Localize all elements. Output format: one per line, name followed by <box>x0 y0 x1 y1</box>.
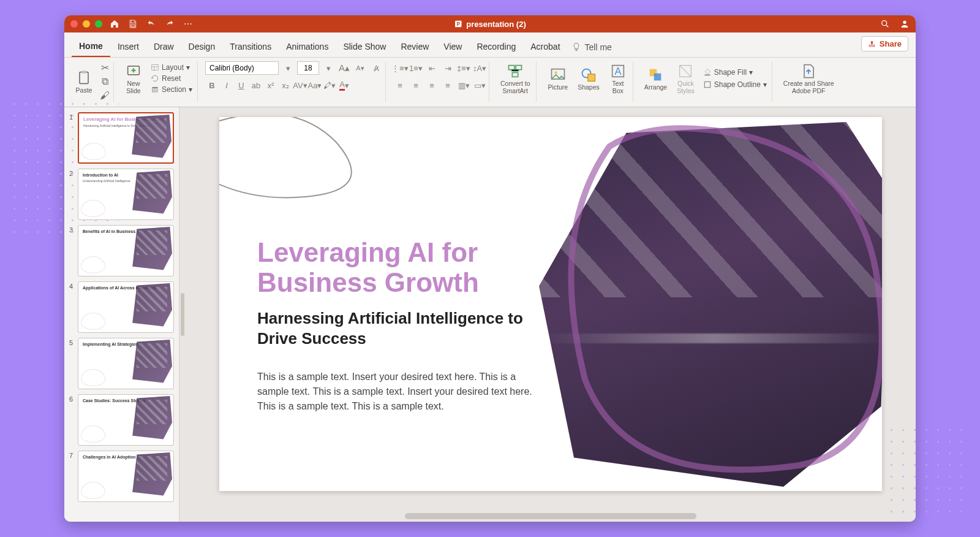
align-center-button[interactable]: ≡ <box>409 78 423 92</box>
quick-styles-button[interactable]: Quick Styles <box>673 61 698 96</box>
highlight-button[interactable]: 🖍▾ <box>323 78 336 92</box>
numbering-button[interactable]: 1≡▾ <box>409 61 423 75</box>
clear-format-icon[interactable]: A̷ <box>369 61 383 75</box>
textbox-button[interactable]: AText Box <box>606 61 630 96</box>
line-spacing-button[interactable]: ‡≡▾ <box>457 61 470 75</box>
slide-body[interactable]: This is a sample text. Insert your desir… <box>257 370 545 414</box>
work-area: 1Leveraging AI for Business GrowthHarnes… <box>64 107 916 522</box>
save-icon[interactable] <box>128 19 138 29</box>
reset-button[interactable]: Reset <box>148 74 195 83</box>
slide-thumbnail[interactable]: Case Studies: Success Stories <box>78 394 174 446</box>
change-case-button[interactable]: Aa▾ <box>308 78 322 92</box>
bold-button[interactable]: B <box>205 78 219 92</box>
slide-thumbnail[interactable]: Challenges in AI Adoption <box>78 451 174 502</box>
shape-fill-button[interactable]: Shape Fill ▾ <box>701 67 769 77</box>
shapes-button[interactable]: Shapes <box>574 65 603 92</box>
tab-design[interactable]: Design <box>181 38 223 56</box>
increase-indent-button[interactable]: ⇥ <box>441 61 454 75</box>
clipboard-group: Paste ✂ ⧉ 🖌 <box>69 61 114 102</box>
picture-button[interactable]: Picture <box>544 65 571 92</box>
svg-rect-25 <box>704 82 710 87</box>
align-text-button[interactable]: ▭▾ <box>473 78 486 92</box>
decrease-indent-button[interactable]: ⇤ <box>425 61 439 75</box>
new-slide-button[interactable]: New Slide <box>121 61 146 96</box>
undo-icon[interactable] <box>146 19 156 29</box>
tab-animations[interactable]: Animations <box>279 38 336 56</box>
slide-thumbnail[interactable]: Implementing AI Strategies <box>78 338 174 389</box>
font-name-input[interactable] <box>205 61 279 75</box>
arrange-group: Arrange Quick Styles Shape Fill ▾ Shape … <box>638 61 772 102</box>
slide-thumbnail[interactable]: Introduction to AIUnderstanding Artifici… <box>78 169 174 220</box>
layout-button[interactable]: Layout ▾ <box>148 63 195 72</box>
tab-home[interactable]: Home <box>72 37 110 57</box>
svg-rect-9 <box>152 87 157 88</box>
justify-button[interactable]: ≡ <box>441 78 454 92</box>
cut-icon[interactable]: ✂ <box>99 61 111 74</box>
copy-icon[interactable]: ⧉ <box>99 75 111 88</box>
superscript-button[interactable]: x² <box>264 78 277 92</box>
svg-rect-5 <box>80 72 88 84</box>
arrange-button[interactable]: Arrange <box>641 65 671 92</box>
font-size-input[interactable] <box>297 61 319 75</box>
slide-title[interactable]: Leveraging AI for Business Growth <box>257 237 564 298</box>
subscript-button[interactable]: x₂ <box>279 78 292 92</box>
bullets-button[interactable]: ⋮≡▾ <box>393 61 407 75</box>
home-icon[interactable] <box>110 19 119 29</box>
tab-acrobat[interactable]: Acrobat <box>523 38 567 56</box>
minimize-window-icon[interactable] <box>83 20 90 28</box>
strike-button[interactable]: ab <box>249 78 263 92</box>
italic-button[interactable]: I <box>220 78 233 92</box>
redo-icon[interactable] <box>165 19 175 29</box>
tab-view[interactable]: View <box>436 38 469 56</box>
tab-recording[interactable]: Recording <box>469 38 523 56</box>
thumb-number: 7 <box>69 451 75 502</box>
font-color-button[interactable]: A▾ <box>337 78 351 92</box>
convert-smartart-button[interactable]: Convert to SmartArt <box>497 61 533 96</box>
svg-text:A: A <box>614 66 621 77</box>
shape-outline-button[interactable]: Shape Outline ▾ <box>701 80 769 90</box>
search-icon[interactable] <box>880 19 890 29</box>
paste-button[interactable]: Paste <box>72 68 96 95</box>
font-group: ▾ ▾ A▴ A▾ A̷ B I U ab x² x₂ AV▾ Aa▾ 🖍▾ A… <box>203 61 386 102</box>
increase-font-icon[interactable]: A▴ <box>337 61 351 75</box>
section-button[interactable]: Section ▾ <box>148 85 195 94</box>
character-spacing-button[interactable]: AV▾ <box>293 78 307 92</box>
chevron-down-icon[interactable]: ▾ <box>322 61 335 75</box>
share-button[interactable]: Share <box>861 36 908 51</box>
tab-insert[interactable]: Insert <box>110 38 146 56</box>
svg-rect-4 <box>869 45 875 47</box>
slide-canvas-area[interactable]: Leveraging AI for Business Growth Harnes… <box>186 107 916 522</box>
align-right-button[interactable]: ≡ <box>425 78 439 92</box>
maximize-window-icon[interactable] <box>95 20 102 28</box>
slide-thumbnail[interactable]: Benefits of AI in Business <box>78 225 174 276</box>
tell-me-search[interactable]: Tell me <box>571 42 612 52</box>
horizontal-scrollbar[interactable] <box>405 513 697 519</box>
share-label: Share <box>880 39 902 48</box>
splitter[interactable] <box>179 107 186 522</box>
svg-rect-14 <box>513 72 518 77</box>
adobe-pdf-button[interactable]: Create and Share Adobe PDF <box>780 61 838 96</box>
svg-point-16 <box>554 71 557 74</box>
slide-thumbnail[interactable]: Leveraging AI for Business GrowthHarness… <box>78 112 174 164</box>
text-direction-button[interactable]: ↕A▾ <box>473 61 486 75</box>
paragraph-group: ⋮≡▾ 1≡▾ ⇤ ⇥ ‡≡▾ ↕A▾ ≡ ≡ ≡ ≡ ▥▾ ▭▾ <box>391 61 489 102</box>
underline-button[interactable]: U <box>235 78 248 92</box>
columns-button[interactable]: ▥▾ <box>457 78 470 92</box>
more-icon[interactable]: ⋯ <box>183 19 193 29</box>
chevron-down-icon[interactable]: ▾ <box>281 61 295 75</box>
tab-draw[interactable]: Draw <box>146 38 181 56</box>
align-left-button[interactable]: ≡ <box>393 78 407 92</box>
decrease-font-icon[interactable]: A▾ <box>353 61 367 75</box>
close-window-icon[interactable] <box>70 20 78 28</box>
tab-slide-show[interactable]: Slide Show <box>336 38 393 56</box>
slide-subtitle[interactable]: Harnessing Artificial Intelligence to Dr… <box>257 308 564 348</box>
slide[interactable]: Leveraging AI for Business Growth Harnes… <box>219 117 882 491</box>
svg-rect-12 <box>509 66 514 70</box>
account-icon[interactable] <box>900 19 910 29</box>
slide-thumbnails: 1Leveraging AI for Business GrowthHarnes… <box>64 107 179 522</box>
slide-thumbnail[interactable]: Applications of AI Across Industries <box>78 281 174 333</box>
tab-review[interactable]: Review <box>393 38 436 56</box>
adobe-group: Create and Share Adobe PDF <box>777 61 840 102</box>
ribbon: Paste ✂ ⧉ 🖌 New Slide Layout ▾ Reset Se <box>64 58 916 107</box>
tab-transitions[interactable]: Transitions <box>222 38 279 56</box>
